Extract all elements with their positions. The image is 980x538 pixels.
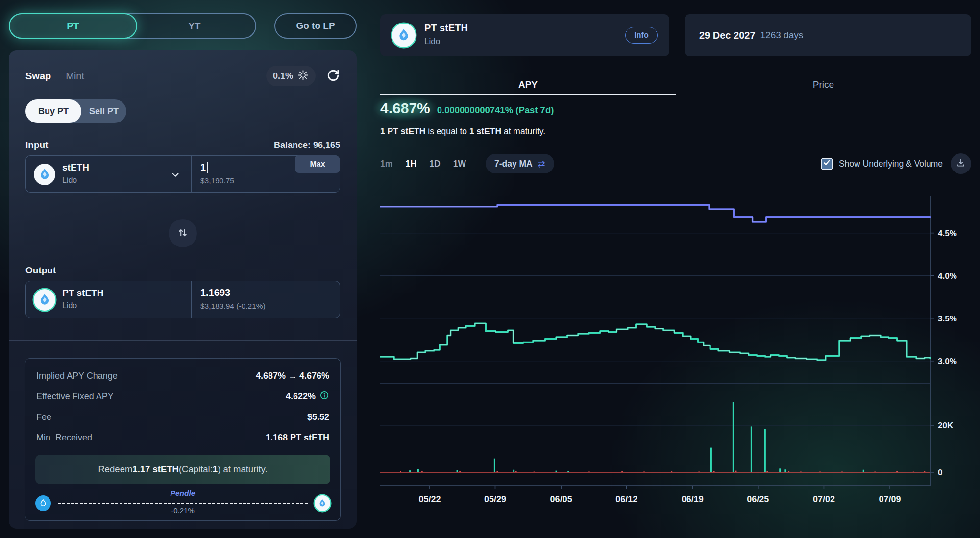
- max-button[interactable]: Max: [295, 155, 340, 173]
- detail-value: $5.52: [307, 412, 329, 422]
- redeem-capital: 1: [213, 464, 218, 475]
- tab-yt-label: YT: [188, 21, 201, 32]
- tab-yt[interactable]: YT: [133, 13, 257, 39]
- note-token: 1 PT stETH: [380, 126, 425, 136]
- note-text: at maturity.: [501, 126, 545, 136]
- swap-horizontal-icon: ⇄: [538, 159, 545, 169]
- info-button[interactable]: Info: [625, 27, 658, 44]
- tab-apy-label: APY: [518, 79, 538, 90]
- market-header-card: PT stETH Lido Info: [380, 14, 669, 56]
- note-text: is equal to: [425, 126, 469, 136]
- route-price-impact: -0.21%: [35, 506, 330, 514]
- detail-row-effective-apy: Effective Fixed APY 4.622%: [36, 388, 329, 405]
- detail-label: Fee: [36, 412, 51, 422]
- chart-controls: 1m 1H 1D 1W 7-day MA ⇄ Show Underlying &…: [380, 153, 971, 174]
- download-chart-button[interactable]: [951, 153, 971, 174]
- detail-label: Min. Received: [36, 433, 92, 443]
- redeem-note-banner: Redeem 1.17 stETH (Capital: 1) at maturi…: [35, 455, 330, 484]
- chevron-down-icon[interactable]: [170, 170, 181, 182]
- svg-text:3.0%: 3.0%: [938, 357, 957, 366]
- pendle-trade-screen: YT PT Go to LP Swap Mint 0.1%: [0, 0, 980, 538]
- output-amount-value: 1.1693: [200, 287, 230, 298]
- input-label-row: Input Balance: 96,165: [25, 140, 340, 150]
- show-underlying-label: Show Underlying & Volume: [839, 159, 943, 169]
- slippage-value: 0.1%: [273, 71, 293, 81]
- svg-text:05/22: 05/22: [418, 494, 441, 504]
- svg-text:4.5%: 4.5%: [938, 229, 957, 238]
- input-token-box: stETH Lido 1 $3,190.75 Max: [25, 155, 340, 193]
- input-token-provider: Lido: [62, 176, 77, 185]
- input-box-divider: [191, 156, 192, 192]
- detail-label: Implied APY Change: [36, 371, 118, 381]
- refresh-button[interactable]: [323, 66, 343, 86]
- apy-series-lines: [380, 205, 930, 360]
- ma-selector[interactable]: 7-day MA ⇄: [486, 154, 554, 173]
- svg-text:06/05: 06/05: [550, 494, 572, 504]
- buy-pt-label: Buy PT: [38, 106, 69, 117]
- chart-tab-bar: APY Price: [380, 76, 971, 94]
- range-1m[interactable]: 1m: [380, 159, 392, 169]
- download-icon: [956, 158, 966, 170]
- market-token-name: PT stETH: [424, 23, 468, 34]
- info-icon[interactable]: [319, 391, 329, 403]
- svg-text:07/09: 07/09: [879, 494, 901, 504]
- input-usd-value: $3,190.75: [200, 176, 234, 185]
- svg-text:20K: 20K: [938, 421, 954, 430]
- trade-details-card: Implied APY Change 4.687% → 4.676% Effec…: [25, 358, 341, 521]
- market-token-icon: [392, 24, 416, 47]
- output-box-divider: [191, 281, 192, 318]
- detail-value: 1.168 PT stETH: [266, 433, 329, 443]
- input-amount-value: 1: [200, 162, 206, 173]
- detail-row-min-received: Min. Received 1.168 PT stETH: [36, 429, 329, 446]
- tab-pt-label: PT: [67, 21, 79, 32]
- slippage-settings-button[interactable]: 0.1%: [266, 66, 316, 86]
- range-1w[interactable]: 1W: [453, 159, 466, 169]
- text-caret: [207, 162, 208, 173]
- svg-text:3.5%: 3.5%: [938, 314, 957, 323]
- mode-tab-mint[interactable]: Mint: [66, 71, 84, 82]
- maturity-equivalence-note: 1 PT stETH is equal to 1 stETH at maturi…: [380, 126, 545, 137]
- redeem-text: (Capital:: [179, 464, 213, 475]
- detail-value: 4.622%: [286, 391, 316, 402]
- detail-value: 4.687% → 4.676%: [256, 371, 329, 381]
- tab-apy[interactable]: APY: [380, 76, 676, 94]
- input-amount-field[interactable]: 1: [200, 162, 208, 173]
- output-usd-value: $3,183.94 (-0.21%): [200, 302, 266, 311]
- input-token-name: stETH: [62, 162, 89, 173]
- svg-text:07/02: 07/02: [813, 494, 835, 504]
- redeem-amount: 1.17 stETH: [132, 464, 179, 475]
- range-1h[interactable]: 1H: [405, 159, 416, 169]
- maturity-card: 29 Dec 2027 1263 days: [685, 14, 971, 56]
- maturity-date: 29 Dec 2027: [699, 30, 756, 41]
- tab-pt[interactable]: PT: [9, 13, 137, 39]
- sell-pt-button[interactable]: Sell PT: [81, 99, 126, 123]
- detail-row-fee: Fee $5.52: [36, 409, 329, 425]
- swap-direction-button[interactable]: [169, 219, 197, 247]
- svg-text:0: 0: [938, 468, 942, 477]
- apy-change-7d: 0.000000000741% (Past 7d): [437, 105, 554, 116]
- swap-route: Pendle -0.21%: [35, 490, 330, 516]
- output-token-name: PT stETH: [62, 288, 103, 298]
- refresh-icon: [327, 69, 340, 83]
- mode-tab-swap[interactable]: Swap: [25, 71, 51, 82]
- checkmark-icon: [823, 159, 831, 169]
- trade-card: Swap Mint 0.1%: [9, 50, 357, 529]
- apy-volume-chart: 4.5%4.0%3.5%3.0%20K005/2205/2906/0506/12…: [380, 191, 980, 515]
- output-token-box: PT stETH Lido 1.1693 $3,183.94 (-0.21%): [25, 281, 340, 318]
- show-underlying-checkbox[interactable]: [821, 158, 833, 170]
- card-section-divider: [9, 340, 357, 341]
- swap-vertical-icon: [176, 226, 189, 241]
- buy-pt-button[interactable]: Buy PT: [25, 99, 81, 123]
- pt-steth-token-icon: [34, 289, 55, 311]
- input-label: Input: [25, 140, 48, 150]
- go-to-lp-button[interactable]: Go to LP: [274, 13, 357, 39]
- svg-text:4.0%: 4.0%: [938, 271, 957, 281]
- redeem-text: Redeem: [98, 464, 132, 475]
- apy-chart-area[interactable]: 4.5%4.0%3.5%3.0%20K005/2205/2906/0506/12…: [380, 191, 980, 515]
- route-destination-token-icon: [315, 495, 330, 511]
- tab-price[interactable]: Price: [676, 76, 971, 94]
- svg-text:05/29: 05/29: [484, 494, 506, 504]
- route-via-label: Pendle: [35, 489, 330, 498]
- range-1d[interactable]: 1D: [429, 159, 440, 169]
- chart-tick-labels: 4.5%4.0%3.5%3.0%20K005/2205/2906/0506/12…: [418, 229, 956, 504]
